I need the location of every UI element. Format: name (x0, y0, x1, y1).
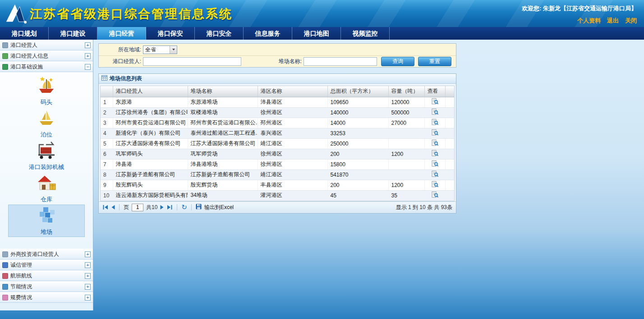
table-row[interactable]: 4 新浦化学（泰兴）有限公司 泰州港过船港区二期工程通... 泰兴港区 3325… (101, 128, 454, 138)
logout-link[interactable]: 退出 (607, 17, 619, 25)
table-row[interactable]: 8 江苏新扬子造船有限公司 江苏新扬子造船有限公司 靖江港区 541870 (101, 169, 454, 180)
nav-tab[interactable]: 港口地图 (292, 27, 341, 40)
filter-buttons: 查询 重置 (381, 57, 456, 66)
reset-button[interactable]: 重置 (418, 57, 451, 66)
expand-toggle[interactable]: + (85, 284, 91, 290)
view-icon[interactable] (432, 171, 438, 178)
view-icon[interactable] (432, 181, 438, 189)
table-row[interactable]: 7 沛县港 沛县港堆场 徐州港区 15800 (101, 159, 454, 169)
view-icon[interactable] (432, 98, 438, 106)
cell-view (424, 159, 445, 169)
expand-toggle[interactable]: + (85, 251, 91, 257)
cell-yard: 东原港堆场 (188, 97, 258, 107)
expand-toggle[interactable]: − (85, 64, 91, 70)
col-header-total-area[interactable]: 总面积（平方米） (327, 86, 388, 97)
facility-item-label: 泊位 (41, 131, 52, 139)
facility-item-warehouse[interactable]: 仓库 (8, 172, 85, 205)
facility-item-yard[interactable]: 堆场 (8, 205, 85, 237)
operator-input[interactable] (143, 57, 241, 66)
cell-rownum: 4 (101, 128, 113, 138)
view-icon[interactable] (432, 191, 438, 199)
table-row[interactable]: 3 邳州市黄石货运港口有限公司 邳州市黄石货运港口有限公... 邳州港区 140… (101, 118, 454, 128)
nav-tab[interactable]: 视频监控 (341, 27, 390, 40)
cell-area-name: 灌河港区 (258, 190, 327, 201)
first-page-button[interactable] (102, 205, 108, 210)
col-header-capacity[interactable]: 容量（吨） (388, 86, 424, 97)
facility-item-berth[interactable]: 泊位 (8, 107, 85, 140)
table-row[interactable]: 6 巩军师码头 巩军师货场 徐州港区 200 1200 (101, 149, 454, 159)
table-row[interactable]: 2 江苏徐州港务（集团）有限公司 双楼港堆场 徐州港区 140000 50000… (101, 107, 454, 118)
cell-rownum: 9 (101, 180, 113, 190)
table-row[interactable]: 1 东原港 东原港堆场 沛县港区 109650 120000 (101, 97, 454, 107)
cell-yard: 泰州港过船港区二期工程通... (188, 128, 258, 138)
nav-tab[interactable]: 港口保安 (146, 27, 195, 40)
region-select[interactable]: 全省 (143, 46, 177, 54)
facility-item-label: 仓库 (41, 196, 52, 204)
nav-tab-label: 视频监控 (353, 30, 378, 37)
last-page-button[interactable] (167, 205, 173, 210)
facility-item-label: 港口装卸机械 (29, 163, 64, 171)
sidebar-item[interactable]: 规费情况 + (0, 292, 93, 303)
cell-capacity (388, 159, 424, 169)
nav-tab[interactable]: 港口经营 (97, 27, 146, 40)
col-header-operator[interactable]: 港口经营人 (113, 86, 188, 97)
view-icon[interactable] (432, 160, 438, 168)
view-icon[interactable] (432, 109, 438, 116)
facility-item-label: 堆场 (41, 228, 52, 236)
welcome-text: 欢迎您: 朱新龙【江苏省交通运输厅港口局】 (522, 5, 637, 13)
col-header-yard[interactable]: 堆场名称 (188, 86, 258, 97)
profile-link[interactable]: 个人资料 (577, 17, 601, 25)
nav-tab[interactable]: 港口规划 (0, 27, 49, 40)
expand-toggle[interactable]: + (85, 262, 91, 268)
sidebar-item[interactable]: 节能情况 + (0, 281, 93, 292)
cell-filler (445, 107, 454, 118)
yard-name-input[interactable] (304, 57, 377, 66)
sidebar-item[interactable]: 港口经营人信息 + (0, 50, 93, 61)
sidebar-item[interactable]: 港口经营人 + (0, 40, 93, 50)
facility-item-wharf[interactable]: 码头 (8, 75, 85, 107)
sidebar-item[interactable]: 航班航线 + (0, 270, 93, 281)
expand-toggle[interactable]: + (85, 273, 91, 279)
cell-operator: 巩军师码头 (113, 149, 188, 159)
cell-total-area: 14000 (327, 118, 388, 128)
export-excel-label[interactable]: 输出到Excel (204, 204, 234, 211)
filter-panel: 所在地域: 全省 港口经营人: 堆场名称: 查询 重置 (98, 43, 456, 68)
expand-toggle[interactable]: + (85, 42, 91, 48)
page-label: 页 (124, 204, 129, 211)
page-input[interactable] (132, 204, 143, 211)
refresh-icon[interactable]: ↻ (181, 204, 187, 211)
cell-capacity: 1200 (388, 149, 424, 159)
table-row[interactable]: 9 殷宪辉码头 殷宪辉货场 丰县港区 200 1200 (101, 180, 454, 190)
col-header-area-name[interactable]: 港区名称 (258, 86, 327, 97)
close-link[interactable]: 关闭 (625, 17, 637, 25)
expand-toggle[interactable]: + (85, 295, 91, 301)
search-button[interactable]: 查询 (381, 57, 414, 66)
cell-total-area: 15800 (327, 159, 388, 169)
nav-tab[interactable]: 信息服务 (244, 27, 292, 40)
view-icon[interactable] (432, 150, 438, 158)
col-header-view[interactable]: 查看 (424, 86, 445, 97)
facility-item-machinery[interactable]: 港口装卸机械 (8, 140, 85, 172)
panel-title: 堆场信息列表 (110, 75, 142, 82)
cell-rownum: 3 (101, 118, 113, 128)
next-page-button[interactable] (160, 205, 164, 210)
prev-page-button[interactable] (111, 205, 115, 210)
expand-toggle[interactable]: + (85, 53, 91, 59)
table-row[interactable]: 10 连云港新东方国际货柜码头有限... 34堆场 灌河港区 45 35 (101, 190, 454, 201)
sidebar-item[interactable]: 诚信管理 + (0, 260, 93, 270)
view-icon[interactable] (432, 119, 438, 127)
app-window: 江苏省省级港口综合管理信息系统 欢迎您: 朱新龙【江苏省交通运输厅港口局】 个人… (0, 0, 644, 319)
nav-tab[interactable]: 港口建设 (49, 27, 97, 40)
nav-tab[interactable]: 港口安全 (195, 27, 244, 40)
sidebar-item-label: 港口经营人 (10, 41, 83, 49)
sidebar-item[interactable]: 外商投资港口经营人 + (0, 249, 93, 260)
main-nav: 港口规划 港口建设 港口经营 港口保安 港口安全 信息服务 港口地图 (0, 27, 644, 40)
view-icon[interactable] (432, 140, 438, 147)
facility-icon-list: 码头 泊位 (0, 72, 93, 237)
view-icon[interactable] (432, 129, 438, 137)
table-row[interactable]: 5 江苏大通国际港务有限公司 江苏大通国际港务有限公司 靖江港区 250000 (101, 138, 454, 149)
cell-yard: 沛县港堆场 (188, 159, 258, 169)
sidebar-item-label: 港口基础设施 (10, 63, 83, 71)
region-label: 所在地域: (99, 46, 143, 54)
sidebar-item[interactable]: 港口基础设施 − (0, 61, 93, 72)
